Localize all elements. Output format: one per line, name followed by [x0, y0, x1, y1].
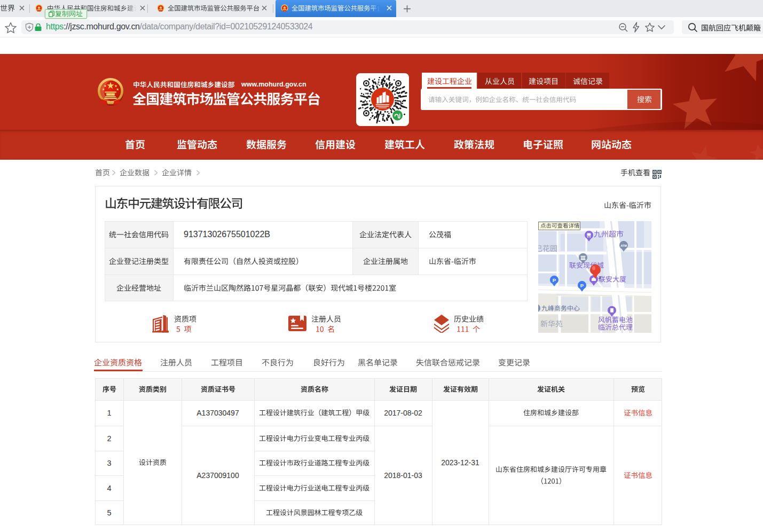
svg-text:P: P [580, 283, 584, 288]
svg-text:ATM: ATM [620, 244, 627, 247]
svg-text:P: P [553, 277, 556, 283]
